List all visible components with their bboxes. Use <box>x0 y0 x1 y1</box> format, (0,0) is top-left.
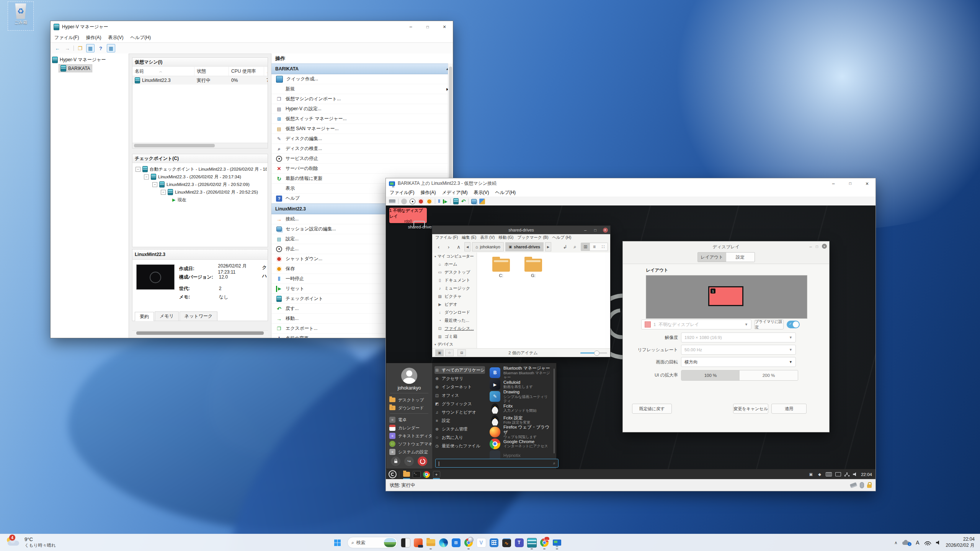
power-icon[interactable] <box>401 199 407 204</box>
session-settings-icon[interactable] <box>471 199 477 204</box>
show-window-icon[interactable]: ❐ <box>76 44 84 52</box>
refresh-rate-dropdown[interactable]: 50.00 Hz▼ <box>681 345 796 355</box>
folder-g-drive[interactable]: G: <box>520 259 547 278</box>
app-google-chrome[interactable]: Google Chromeインターネットにアクセス <box>490 438 551 450</box>
collapse-icon[interactable] <box>144 174 149 179</box>
filemanager-content[interactable]: C: G: <box>477 253 610 349</box>
onedrive-icon[interactable]: i <box>902 540 911 545</box>
category-all-applications[interactable]: ⊞すべてのアプリケーション <box>434 366 485 374</box>
menu-view[interactable]: 表示(V) <box>474 189 489 196</box>
reset-defaults-button[interactable]: 既定値に戻す <box>632 404 672 414</box>
actions-group-barikata[interactable]: BARIKATA▲ <box>271 64 453 74</box>
tree-server-barikata[interactable]: BARIKATA <box>51 64 129 73</box>
scrollbar-thumb[interactable] <box>136 331 264 335</box>
keyboard-icon[interactable] <box>826 472 832 476</box>
shield-icon[interactable]: ◆ <box>817 472 822 477</box>
forward-icon[interactable]: › <box>444 243 453 251</box>
user-avatar[interactable] <box>401 368 417 384</box>
compact-view-icon[interactable]: ∷ <box>599 243 608 251</box>
checkpoint-item[interactable]: LinuxMint22.3 - (2026/02/02 月 - 20:17:34… <box>136 173 267 181</box>
minimize-button[interactable] <box>825 178 842 189</box>
category-administration[interactable]: ⊚システム管理 <box>434 425 485 433</box>
category-favorites[interactable]: ☆お気に入り <box>434 434 485 441</box>
taskbar-screen-tool[interactable]: + <box>431 469 441 479</box>
zoom-slider[interactable] <box>580 352 607 354</box>
app-fcitx[interactable]: Fcitx入力メソッドを開始 <box>490 403 551 414</box>
taskbar-clock[interactable]: 22:04 2026/02/02 月 <box>946 536 975 548</box>
breadcrumb-right-icon[interactable]: ▶ <box>545 242 551 251</box>
media-icon[interactable] <box>479 199 485 204</box>
col-memory[interactable]: メモリ <box>264 67 268 76</box>
taskbar-chrome-2[interactable] <box>539 535 549 550</box>
vm-screen[interactable]: 1 不明なディスプレイ rdp0 shared-drives shared-dr… <box>386 205 875 479</box>
action-import-vm[interactable]: 仮想マシンのインポート... <box>271 94 453 104</box>
close-button[interactable] <box>436 21 453 33</box>
minimize-button[interactable] <box>580 228 590 232</box>
shutdown-button[interactable] <box>418 456 427 466</box>
maximize-button[interactable] <box>419 21 436 33</box>
col-cpu[interactable]: CPU 使用率 <box>229 67 264 76</box>
collapse-icon[interactable] <box>152 182 157 187</box>
slider-knob[interactable] <box>594 350 599 356</box>
back-icon[interactable]: ‹ <box>434 243 443 251</box>
taskbar-teams[interactable]: T <box>514 535 524 550</box>
lock-screen-button[interactable] <box>391 456 400 466</box>
monitor-1[interactable]: 1 <box>708 286 743 306</box>
ime-mode-indicator[interactable]: A <box>916 540 919 546</box>
close-button[interactable]: × <box>600 227 610 233</box>
app-bluetooth-manager[interactable]: B Bluetooth マネージャーBlueman Bluetooth マネージ… <box>490 367 551 378</box>
category-internet[interactable]: ⊛インターネット <box>434 383 485 391</box>
reset-icon[interactable]: ▶ <box>443 199 448 204</box>
taskbar-audio-app[interactable]: ∿ <box>501 535 511 550</box>
action-edit-disk[interactable]: ディスクの編集... <box>271 134 453 144</box>
taskbar-files[interactable] <box>402 469 412 479</box>
show-hidden-icons-chevron[interactable]: ∧ <box>894 540 897 545</box>
set-primary-button[interactable]: プライマリに設定 <box>755 320 784 329</box>
category-office[interactable]: ◫オフィス <box>434 391 485 399</box>
app-system-settings[interactable]: ≡システムの設定 <box>389 448 431 456</box>
action-inspect-disk[interactable]: ディスクの検査... <box>271 144 453 154</box>
app-firefox[interactable]: Firefox ウェブ・ブラウザウェブを閲覧します <box>490 426 551 438</box>
network-icon[interactable] <box>844 473 849 476</box>
action-remove-server[interactable]: サーバーの削除 <box>271 164 453 174</box>
ctrl-alt-del-icon[interactable] <box>389 199 395 203</box>
app-text-editor[interactable]: ≡テキストエディター <box>389 432 431 440</box>
action-new[interactable]: 新規▶ <box>271 84 453 94</box>
app-calculator[interactable]: ⌗電卓 <box>389 416 431 424</box>
checkpoint-current[interactable]: ▶ 現在 <box>136 196 267 204</box>
category-recent-files[interactable]: ◷最近使ったファイル <box>434 442 485 450</box>
display-enabled-toggle[interactable] <box>787 321 800 328</box>
menu-bookmarks[interactable]: ブックマーク (B) <box>517 235 548 240</box>
minimize-button[interactable] <box>810 244 812 249</box>
app-fcitx-config[interactable]: Fcitx 設定Fcitx 設定を変更 <box>490 414 551 426</box>
action-pane-icon[interactable]: ▦ <box>107 44 115 52</box>
sidebar-item-documents[interactable]: ▯ドキュメント <box>432 276 477 284</box>
checkpoint-item[interactable]: LinuxMint22.3 - (2026/02/02 月 - 20:52:09… <box>136 181 267 188</box>
search-highlight-image[interactable] <box>384 538 396 547</box>
app-drawing[interactable]: ✎ Drawingシンプルな描画ユーティリティ <box>490 391 551 402</box>
sidebar-item-pictures[interactable]: ▨ピクチャ <box>432 292 477 300</box>
col-state[interactable]: 状態 <box>194 67 229 76</box>
taskbar-widgets-app[interactable] <box>400 535 410 550</box>
pause-icon[interactable]: ‖ <box>438 199 440 204</box>
checkpoint-icon[interactable] <box>453 198 459 204</box>
menu-media[interactable]: メディア(M) <box>442 189 467 196</box>
mint-menu-button[interactable] <box>386 470 399 478</box>
recycle-bin-desktop-icon[interactable]: ♻ ごみ箱 <box>8 2 34 31</box>
taskbar-edge[interactable] <box>438 535 448 550</box>
tab-memory[interactable]: メモリ <box>155 311 179 321</box>
back-icon[interactable]: ← <box>54 44 61 52</box>
app-calendar[interactable]: カレンダー <box>389 424 431 432</box>
menu-edit[interactable]: 編集 (E) <box>462 235 476 240</box>
toggle-sidepane-icon[interactable]: ⊟ <box>457 349 466 356</box>
apply-button[interactable]: 適用 <box>771 404 807 414</box>
col-name[interactable]: 名前︿ <box>132 67 194 76</box>
action-vswitch-manager[interactable]: 仮想スイッチ マネージャー... <box>271 114 453 124</box>
sidebar-section-computer[interactable]: マイ コンピューター <box>432 253 477 260</box>
wifi-icon[interactable] <box>924 540 931 545</box>
tab-layout[interactable]: レイアウト <box>698 253 726 262</box>
close-button[interactable] <box>859 178 875 189</box>
category-preferences[interactable]: ≡設定 <box>434 417 485 424</box>
category-sound-video[interactable]: ♫サウンドとビデオ <box>434 408 485 416</box>
cancel-changes-button[interactable]: 変更をキャンセル <box>733 404 768 414</box>
